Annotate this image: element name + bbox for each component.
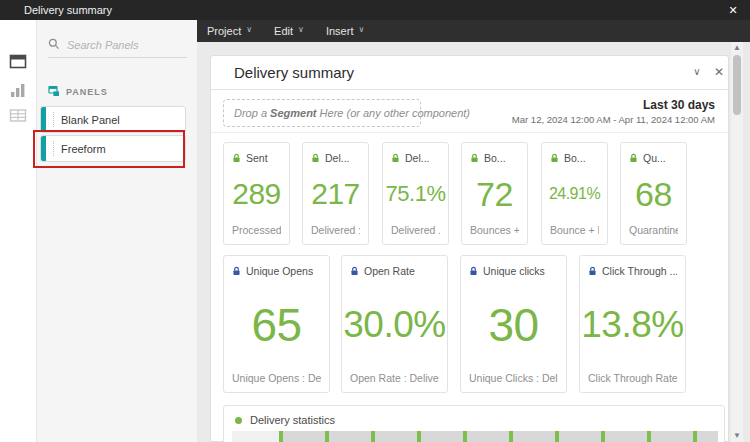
metric-card-quarantine[interactable]: Qu... 68 Quarantine...	[620, 142, 687, 245]
search-panels-field[interactable]	[48, 32, 187, 58]
stats-table-strip	[232, 431, 718, 442]
menu-insert[interactable]: Insert ∨	[326, 25, 364, 37]
metric-card-unique-clicks[interactable]: Unique clicks 30 Unique Clicks : Deliver…	[460, 255, 567, 393]
metric-title: Del...	[405, 152, 430, 164]
metric-title: Bo...	[484, 152, 506, 164]
strip-segment	[605, 431, 647, 442]
strip-segment	[283, 431, 325, 442]
metric-value: 75.1%	[391, 164, 440, 224]
lock-icon	[470, 153, 479, 163]
lock-icon	[550, 153, 559, 163]
menu-project[interactable]: Project ∨	[207, 25, 252, 37]
metric-title: Sent	[246, 152, 268, 164]
metric-value: 13.8%	[588, 277, 677, 372]
panels-section-icon	[48, 83, 60, 101]
delivery-statistics-section[interactable]: Delivery statistics	[223, 405, 725, 442]
date-range-selector[interactable]: Last 30 days Mar 12, 2024 12:00 AM - Apr…	[512, 98, 715, 125]
metric-card-bounce-rate[interactable]: Bo... 24.91% Bounce + E...	[541, 142, 608, 245]
lock-icon	[232, 266, 241, 276]
chevron-down-icon: ∨	[298, 26, 304, 34]
date-range-dates: Mar 12, 2024 12:00 AM - Apr 11, 2024 12:…	[512, 114, 715, 125]
metric-title: Qu...	[643, 152, 666, 164]
panels-section-header: PANELS	[48, 83, 108, 101]
strip-segment	[421, 431, 463, 442]
lock-icon	[391, 153, 400, 163]
metric-subtitle: Processed/...	[232, 224, 281, 236]
left-rail	[0, 20, 37, 442]
metric-card-click-through[interactable]: Click Through ... 13.8% Click Through Ra…	[579, 255, 686, 393]
lock-icon	[232, 153, 241, 163]
drag-handle-icon[interactable]	[53, 141, 54, 156]
components-tab-icon[interactable]	[9, 108, 27, 123]
metric-value: 72	[470, 164, 519, 224]
metric-subtitle: Bounce + E...	[550, 224, 599, 236]
panels-section-label: PANELS	[66, 87, 108, 97]
scroll-down-icon[interactable]: ▼	[731, 430, 743, 442]
window-close-icon[interactable]: ✕	[724, 0, 742, 20]
metric-value: 68	[629, 164, 678, 224]
scrollbar-thumb[interactable]	[733, 55, 741, 115]
lock-icon	[629, 153, 638, 163]
vertical-scrollbar[interactable]: ▲ ▼	[731, 42, 743, 442]
date-range-label: Last 30 days	[512, 98, 715, 112]
visualizations-tab-icon[interactable]	[9, 83, 27, 98]
metric-value: 217	[311, 164, 360, 224]
strip-segment	[375, 431, 417, 442]
sidebar-item-freeform[interactable]: Freeform	[40, 135, 186, 162]
delivery-summary-panel: Delivery summary ∨ ✕ Drop a Segment Here…	[210, 55, 729, 442]
strip-segment	[329, 431, 371, 442]
metric-subtitle: Quarantine...	[629, 224, 678, 236]
panel-accent-bar	[41, 107, 46, 132]
metric-subtitle: Click Through Rate : D...	[588, 372, 677, 384]
divider	[211, 132, 728, 133]
chevron-down-icon: ∨	[358, 26, 364, 34]
panels-tab-icon[interactable]	[9, 54, 27, 69]
strip-segment	[651, 431, 693, 442]
menubar: Project ∨ Edit ∨ Insert ∨	[197, 20, 750, 42]
metric-value: 289	[232, 164, 281, 224]
menu-edit[interactable]: Edit ∨	[274, 25, 304, 37]
strip-segment	[513, 431, 555, 442]
collapse-chevron-icon[interactable]: ∨	[690, 65, 704, 79]
sidebar-item-blank-panel[interactable]: Blank Panel	[40, 106, 186, 133]
lock-icon	[469, 266, 478, 276]
window-title: Delivery summary	[24, 4, 112, 16]
metric-card-unique-opens[interactable]: Unique Opens 65 Unique Opens : Delivery	[223, 255, 330, 393]
panel-title: Delivery summary	[234, 64, 354, 81]
panel-header: Delivery summary ∨ ✕	[211, 56, 728, 90]
menu-edit-label: Edit	[274, 25, 293, 37]
lock-icon	[588, 266, 597, 276]
metric-title: Click Through ...	[602, 265, 677, 277]
app-window: { "colors": { "accent_green": "#7ab648",…	[0, 0, 750, 442]
metric-value: 30.0%	[350, 277, 439, 372]
metric-card-sent[interactable]: Sent 289 Processed/...	[223, 142, 290, 245]
sidebar-item-label: Blank Panel	[61, 114, 120, 126]
legend-dot-icon	[235, 417, 242, 424]
metric-card-bounces[interactable]: Bo... 72 Bounces + ...	[461, 142, 528, 245]
sidebar-item-label: Freeform	[61, 143, 106, 155]
metric-title: Bo...	[564, 152, 586, 164]
metric-value: 24.91%	[550, 164, 599, 224]
metric-value: 65	[232, 277, 321, 372]
metric-card-delivered-rate[interactable]: Del... 75.1% Delivered ...	[382, 142, 449, 245]
panel-close-icon[interactable]: ✕	[712, 65, 726, 79]
metric-card-delivered[interactable]: Del... 217 Delivered : ...	[302, 142, 369, 245]
dropzone-text: Drop a Segment Here (or any other compon…	[234, 107, 470, 119]
scroll-up-icon[interactable]: ▲	[731, 42, 743, 54]
stats-title: Delivery statistics	[250, 414, 335, 426]
metric-title: Del...	[325, 152, 350, 164]
metric-card-open-rate[interactable]: Open Rate 30.0% Open Rate : Delivery	[341, 255, 448, 393]
window-titlebar: Delivery summary ✕	[0, 0, 750, 20]
panel-accent-bar	[41, 136, 46, 161]
strip-segment	[559, 431, 601, 442]
lock-icon	[311, 153, 320, 163]
search-panels-input[interactable]	[67, 39, 177, 51]
segment-drop-zone[interactable]: Drop a Segment Here (or any other compon…	[223, 99, 421, 127]
metric-title: Unique clicks	[483, 265, 545, 277]
metric-subtitle: Bounces + ...	[470, 224, 519, 236]
strip-segment	[697, 431, 718, 442]
metric-subtitle: Unique Clicks : Delivery	[469, 372, 558, 384]
lock-icon	[350, 266, 359, 276]
metric-subtitle: Delivered ...	[391, 224, 440, 236]
drag-handle-icon[interactable]	[53, 112, 54, 127]
